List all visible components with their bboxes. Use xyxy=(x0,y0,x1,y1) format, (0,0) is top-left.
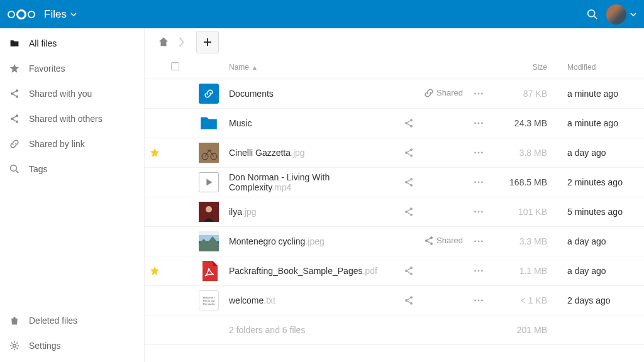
sidebar-item-shared-by-link[interactable]: Shared by link xyxy=(0,131,144,156)
file-row[interactable]: Cinelli Gazzetta.jpg 3.8 MB a day ago xyxy=(145,138,644,168)
row-actions-button[interactable] xyxy=(468,256,499,286)
new-button[interactable] xyxy=(196,31,219,53)
star-icon[interactable] xyxy=(150,148,161,158)
shared-indicator[interactable]: Shared xyxy=(424,88,463,98)
text-file-icon: Welcome tThis is justThe packa xyxy=(199,290,219,310)
shared-indicator[interactable]: Shared xyxy=(424,236,463,246)
chevron-right-icon xyxy=(177,35,186,50)
svg-point-56 xyxy=(478,270,480,272)
sidebar-item-label: Deleted files xyxy=(29,315,77,326)
row-actions-button[interactable] xyxy=(468,109,499,138)
avatar xyxy=(606,4,626,25)
pdf-icon xyxy=(199,261,219,281)
svg-point-61 xyxy=(474,300,476,302)
breadcrumb-bar xyxy=(145,28,644,56)
share-icon xyxy=(9,88,20,99)
file-extension: .jpg xyxy=(242,207,257,217)
row-actions-button[interactable] xyxy=(468,138,499,168)
sidebar-item-shared-with-others[interactable]: Shared with others xyxy=(0,106,144,131)
search-icon xyxy=(587,9,598,20)
sidebar-item-tags[interactable]: Tags xyxy=(0,156,144,182)
file-modified: a day ago xyxy=(562,227,644,256)
svg-point-34 xyxy=(481,182,483,184)
svg-point-26 xyxy=(474,152,476,154)
summary-text: 2 folders and 6 files xyxy=(224,315,399,345)
star-icon xyxy=(9,63,20,74)
svg-point-51 xyxy=(481,241,483,243)
svg-point-55 xyxy=(474,270,476,272)
svg-line-9 xyxy=(16,170,18,173)
folder-icon xyxy=(9,38,20,49)
sidebar-item-settings[interactable]: Settings xyxy=(0,333,144,358)
file-row[interactable]: Montenegro cycling.jpeg Shared 3.3 MB a … xyxy=(145,227,644,256)
share-button[interactable] xyxy=(404,207,463,217)
svg-point-57 xyxy=(481,270,483,272)
row-actions-button[interactable] xyxy=(468,168,499,197)
file-size: < 1 KB xyxy=(499,286,562,315)
user-menu[interactable] xyxy=(606,4,636,25)
svg-point-10 xyxy=(13,344,16,348)
share-button[interactable] xyxy=(404,295,463,305)
file-row[interactable]: Packrafting_Book_Sample_Pages.pdf 1.1 MB… xyxy=(145,256,644,286)
svg-point-50 xyxy=(478,241,480,243)
share-button[interactable] xyxy=(404,118,463,128)
link-icon xyxy=(424,88,434,98)
logo[interactable] xyxy=(8,9,35,19)
image-thumbnail xyxy=(199,231,219,251)
file-size: 87 KB xyxy=(499,79,562,109)
file-row[interactable]: Documents Shared 87 KB a minute ago xyxy=(145,79,644,109)
sidebar-item-label: Shared with you xyxy=(29,89,92,99)
column-size-header[interactable]: Size xyxy=(499,56,562,79)
app-selector[interactable]: Files xyxy=(44,8,77,21)
row-actions-button[interactable] xyxy=(468,227,499,256)
row-actions-button[interactable] xyxy=(468,286,499,315)
svg-point-19 xyxy=(481,123,483,124)
svg-line-1 xyxy=(594,16,597,19)
sidebar-item-deleted-files[interactable]: Deleted files xyxy=(0,308,144,333)
sidebar-item-label: Shared with others xyxy=(29,114,103,124)
svg-point-8 xyxy=(11,165,17,172)
file-row[interactable]: Don Norman - Living With Complexity.mp4 … xyxy=(145,168,644,197)
svg-point-27 xyxy=(478,152,480,154)
file-size: 101 KB xyxy=(499,197,562,227)
sidebar-item-favorites[interactable]: Favorites xyxy=(0,56,144,81)
file-name: Montenegro cycling xyxy=(229,236,305,246)
file-modified: 2 minutes ago xyxy=(562,168,644,197)
share-button[interactable] xyxy=(404,148,463,158)
sidebar: All files Favorites Shared with you Shar… xyxy=(0,28,145,362)
sidebar-item-shared-with-you[interactable]: Shared with you xyxy=(0,81,144,106)
svg-point-62 xyxy=(478,300,480,302)
svg-point-11 xyxy=(474,93,476,95)
caret-down-icon xyxy=(70,11,77,18)
column-name-header[interactable]: Name▲ xyxy=(224,56,399,79)
file-extension: .txt xyxy=(264,295,275,305)
star-icon[interactable] xyxy=(150,266,161,276)
share-button[interactable] xyxy=(404,177,463,187)
row-actions-button[interactable] xyxy=(468,79,499,109)
file-size: 3.3 MB xyxy=(499,227,562,256)
gear-icon xyxy=(9,340,20,351)
search-button[interactable] xyxy=(581,3,604,26)
row-actions-button[interactable] xyxy=(468,197,499,227)
file-row[interactable]: ilya.jpg 101 KB 5 minutes ago xyxy=(145,197,644,227)
file-row[interactable]: Music 24.3 MB a minute ago xyxy=(145,109,644,138)
folder-icon xyxy=(199,113,219,133)
file-modified: a day ago xyxy=(562,256,644,286)
file-size: 1.1 MB xyxy=(499,256,562,286)
svg-rect-20 xyxy=(199,143,219,163)
sidebar-item-all-files[interactable]: All files xyxy=(0,31,144,56)
main-area: Name▲ Size Modified Documents Shared 87 … xyxy=(145,28,644,362)
summary-size: 201 MB xyxy=(499,315,562,345)
file-extension: .jpg xyxy=(291,148,305,158)
column-modified-header[interactable]: Modified xyxy=(562,56,644,79)
home-button[interactable] xyxy=(153,32,174,52)
file-modified: 5 minutes ago xyxy=(562,197,644,227)
caret-down-icon xyxy=(630,11,636,18)
select-all-checkbox[interactable] xyxy=(171,62,179,70)
file-row[interactable]: Welcome tThis is justThe packa welcome.t… xyxy=(145,286,644,315)
file-size: 24.3 MB xyxy=(499,109,562,138)
svg-point-41 xyxy=(478,211,480,213)
file-name: Packrafting_Book_Sample_Pages xyxy=(229,266,362,276)
share-button[interactable] xyxy=(404,266,463,276)
image-thumbnail xyxy=(199,143,219,163)
